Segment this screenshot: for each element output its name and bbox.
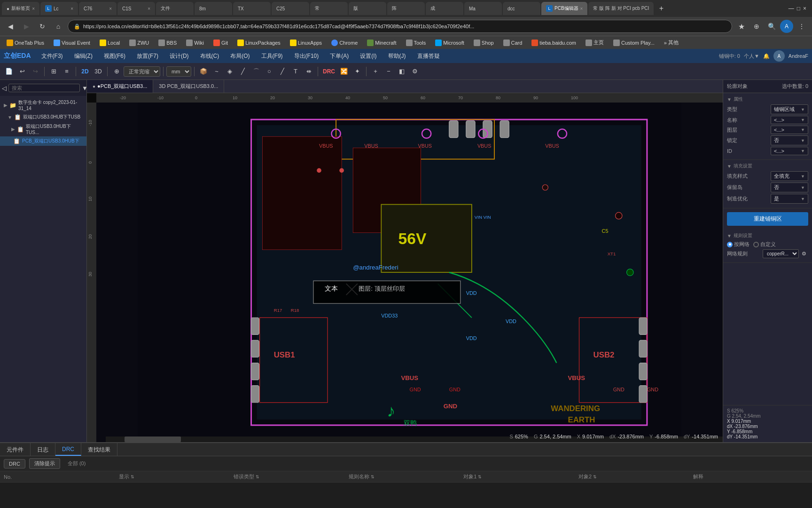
component-btn[interactable]: 📦	[197, 65, 210, 78]
tree-item-1[interactable]: ▼ 📋 双端口USB3.0HUB下TUSB	[0, 112, 86, 122]
snap-btn[interactable]: ⊕	[110, 65, 123, 78]
browser-tab-tx[interactable]: TX	[233, 2, 271, 15]
browser-tab-chang[interactable]: 常	[310, 2, 348, 15]
grid-btn[interactable]: ⊞	[47, 65, 60, 78]
bookmark-wiki[interactable]: Wiki	[183, 39, 207, 47]
forward-button[interactable]: ▶	[20, 20, 33, 33]
undo-btn[interactable]: ↩	[16, 65, 28, 78]
zoom-in-btn[interactable]: +	[369, 65, 382, 78]
net-radio-btn[interactable]: 按网络	[727, 241, 750, 248]
bookmark-linuxapps[interactable]: LinuxApps	[287, 39, 325, 47]
sidebar-collapse-btn[interactable]: ◁	[2, 82, 7, 94]
mfg-opt-value[interactable]: 是 ▼	[771, 194, 808, 204]
zoom-out-btn[interactable]: −	[383, 65, 395, 78]
user-avatar[interactable]: A	[780, 20, 793, 33]
browser-tab-c1s[interactable]: C1S ×	[117, 2, 155, 15]
menu-tools[interactable]: 工具(F9)	[257, 50, 288, 62]
browser-tab-8m[interactable]: 8m	[195, 2, 232, 15]
user-avatar-app[interactable]: A	[773, 50, 785, 62]
browser-tab-c25[interactable]: C25	[272, 2, 309, 15]
ratsnest-btn[interactable]: ~	[211, 65, 223, 78]
menu-place[interactable]: 放置(F7)	[132, 50, 163, 62]
menu-layout[interactable]: 布局(O)	[226, 50, 254, 62]
unit-select[interactable]: mm	[166, 66, 191, 77]
menu-design[interactable]: 设计(D)	[165, 50, 194, 62]
tab-close-icon[interactable]: ×	[32, 6, 35, 11]
magic-btn[interactable]: ✦	[351, 65, 363, 78]
pcb-board-svg[interactable]: USB1 USB2 VBUS VBUS VBUS VBUS VBUS	[96, 103, 723, 442]
net-rule-settings-icon[interactable]: ⚙	[800, 250, 808, 258]
canvas-wrapper[interactable]: -20 -10 0 10 20 30 40 50 60 70 80 90 100	[87, 93, 723, 442]
bookmark-home[interactable]: 主页	[583, 38, 607, 47]
browser-tab-ma[interactable]: Ma	[464, 2, 502, 15]
bookmark-tools[interactable]: Tools	[403, 39, 429, 47]
text-btn[interactable]: T	[289, 65, 302, 78]
prop-layer-value[interactable]: <...> ▼	[771, 126, 808, 134]
tree-item-2[interactable]: ▶ 📋 双端口USB3.0HUB下TUS...	[0, 122, 86, 136]
net-rule-select[interactable]: copperR...	[763, 249, 799, 258]
bookmark-minecraft[interactable]: Minecraft	[364, 39, 399, 47]
sort-icon-3[interactable]: ⇅	[371, 475, 375, 479]
drc-tab-components[interactable]: 元件件	[0, 443, 31, 456]
back-button[interactable]: ◀	[4, 20, 17, 33]
new-file-btn[interactable]: 📄	[3, 65, 15, 78]
minimize-button[interactable]: —	[789, 5, 794, 12]
preserve-island-value[interactable]: 否 ▼	[771, 183, 808, 192]
reload-button[interactable]: ↻	[36, 20, 49, 33]
pad-btn[interactable]: ○	[263, 65, 275, 78]
tree-toggle-2[interactable]: ▶	[11, 127, 15, 132]
bookmark-tieba[interactable]: tieba.baidu.com	[529, 39, 579, 47]
menu-file[interactable]: 文件(F3)	[37, 50, 68, 62]
custom-radio-btn[interactable]: 自定义	[753, 241, 776, 248]
arc-btn[interactable]: ⌒	[250, 65, 262, 78]
prop-type-value[interactable]: 铺铜区域 ▼	[771, 104, 808, 114]
browser-tab-pcb-active[interactable]: L PCB编辑器 ×	[541, 2, 587, 15]
browser-tab-lc[interactable]: L Lc ×	[40, 2, 78, 15]
bookmark-git[interactable]: Git	[211, 39, 231, 47]
settings-icon[interactable]: ⋮	[795, 20, 808, 33]
tab-close-2[interactable]: ×	[70, 6, 73, 11]
drc-tab-drc[interactable]: DRC	[55, 443, 81, 456]
notification-icon[interactable]: 🔔	[763, 53, 770, 59]
extension-btn-2[interactable]: ⊕	[750, 20, 763, 33]
bookmark-card[interactable]: Card	[500, 39, 525, 47]
bookmark-bbs[interactable]: BBS	[156, 39, 180, 47]
menu-edit[interactable]: 编辑(Z)	[70, 50, 97, 62]
personal-menu[interactable]: 个人▼	[744, 53, 759, 60]
3d-btn[interactable]: 3D	[92, 65, 104, 78]
menu-help[interactable]: 帮助(J)	[383, 50, 411, 62]
prop-name-value[interactable]: <...> ▼	[771, 116, 808, 124]
bookmark-custom-play[interactable]: Custom Play...	[610, 39, 657, 47]
browser-tab-zhen[interactable]: 阵	[387, 2, 425, 15]
prop-id-value[interactable]: <...> ▼	[771, 147, 808, 155]
browser-tab-cheng[interactable]: 成	[426, 2, 463, 15]
rebuild-copper-button[interactable]: 重建铺铜区	[727, 212, 808, 226]
redo-btn[interactable]: ↪	[29, 65, 41, 78]
bookmark-local[interactable]: Local	[97, 39, 123, 47]
drc-btn[interactable]: DRC	[321, 65, 337, 78]
bookmark-linuxpkg[interactable]: LinuxPackages	[234, 39, 283, 47]
bookmark-onetab[interactable]: OneTab Plus	[4, 39, 47, 47]
pcb-tab-2d[interactable]: ● ●PCB_双端口USB3...	[87, 80, 153, 93]
sort-icon-5[interactable]: ⇅	[593, 475, 597, 479]
url-bar[interactable]: 🔒 https://pro.lceda.cn/editor#id=b8eb13f…	[68, 20, 732, 33]
drc-tab-log[interactable]: 日志	[31, 443, 55, 456]
tree-item-root[interactable]: ▶ 📁 数字生命卡 copy2_2023-01-31_14	[0, 98, 86, 112]
zoom-select[interactable]: 正常完缩	[124, 66, 160, 77]
tree-toggle-root[interactable]: ▶	[4, 103, 8, 108]
bookmark-zwu[interactable]: ZWU	[126, 39, 152, 47]
extension-btn-1[interactable]: ★	[735, 20, 748, 33]
trace-btn[interactable]: ╱	[237, 65, 249, 78]
measure-btn[interactable]: ⇺	[303, 65, 315, 78]
tab-close-active[interactable]: ×	[580, 6, 583, 11]
tree-item-3[interactable]: 📋 PCB_双端口USB3.0HUB下	[0, 136, 86, 146]
browser-tab-more[interactable]: 常 版 阵 新 对 PCI pcb PCI	[588, 2, 654, 15]
drc-run-button[interactable]: DRC	[4, 459, 25, 468]
extension-btn-3[interactable]: 🔍	[765, 20, 778, 33]
bookmark-more-btn[interactable]: » 其他	[661, 38, 681, 47]
menu-live[interactable]: 直播答疑	[413, 50, 445, 62]
maximize-button[interactable]: □	[797, 5, 800, 12]
menu-view[interactable]: 视图(F6)	[99, 50, 130, 62]
menu-route[interactable]: 布线(C)	[195, 50, 224, 62]
browser-tab-dcc[interactable]: dcc	[503, 2, 540, 15]
